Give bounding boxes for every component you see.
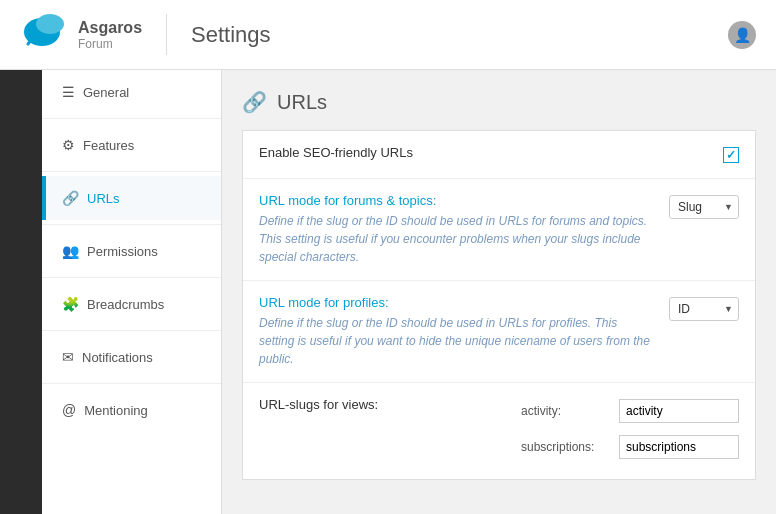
settings-sidebar: ☰ General ⚙ Features 🔗 URLs 👥 Permission… bbox=[42, 70, 222, 514]
features-icon: ⚙ bbox=[62, 137, 75, 153]
page-title: URLs bbox=[277, 91, 327, 114]
seo-checkbox[interactable] bbox=[723, 147, 739, 163]
logo-icon bbox=[20, 14, 68, 55]
seo-label-col: Enable SEO-friendly URLs bbox=[259, 145, 707, 164]
sidebar-item-breadcrumbs-label: Breadcrumbs bbox=[87, 297, 164, 312]
svg-point-1 bbox=[36, 14, 64, 34]
profile-mode-label-col: URL mode for profiles: Define if the slu… bbox=[259, 295, 653, 368]
left-rail bbox=[0, 70, 42, 514]
url-slugs-control: activity: subscriptions: bbox=[521, 397, 739, 465]
slug-activity-row: activity: bbox=[521, 399, 739, 423]
page-heading-icon: 🔗 bbox=[242, 90, 267, 114]
logo-text: Asgaros Forum bbox=[78, 19, 142, 51]
url-slugs-label: URL-slugs for views: bbox=[259, 397, 505, 412]
logo-name: Asgaros bbox=[78, 19, 142, 37]
mentioning-icon: @ bbox=[62, 402, 76, 418]
profile-mode-row: URL mode for profiles: Define if the slu… bbox=[243, 281, 755, 383]
forum-mode-label: URL mode for forums & topics: bbox=[259, 193, 653, 208]
forum-mode-select[interactable]: Slug ID bbox=[669, 195, 739, 219]
top-header: Asgaros Forum Settings 👤 bbox=[0, 0, 776, 70]
slug-activity-label: activity: bbox=[521, 404, 611, 418]
sidebar-item-permissions[interactable]: 👥 Permissions bbox=[42, 229, 221, 273]
sidebar-item-urls-label: URLs bbox=[87, 191, 120, 206]
content-area: 🔗 URLs Enable SEO-friendly URLs bbox=[222, 70, 776, 514]
urls-icon: 🔗 bbox=[62, 190, 79, 206]
sidebar-item-general-label: General bbox=[83, 85, 129, 100]
sidebar-item-permissions-label: Permissions bbox=[87, 244, 158, 259]
logo-area: Asgaros Forum bbox=[20, 14, 167, 55]
url-slugs-row: URL-slugs for views: activity: subscript… bbox=[243, 383, 755, 479]
profile-mode-select-wrapper: Slug ID bbox=[669, 297, 739, 321]
sidebar-item-general[interactable]: ☰ General bbox=[42, 70, 221, 114]
app-wrapper: Asgaros Forum Settings 👤 ☰ General ⚙ Fea… bbox=[0, 0, 776, 514]
notifications-icon: ✉ bbox=[62, 349, 74, 365]
profile-mode-label: URL mode for profiles: bbox=[259, 295, 653, 310]
header-title: Settings bbox=[191, 22, 728, 48]
sidebar-item-breadcrumbs[interactable]: 🧩 Breadcrumbs bbox=[42, 282, 221, 326]
seo-label: Enable SEO-friendly URLs bbox=[259, 145, 707, 160]
logo-sub: Forum bbox=[78, 37, 142, 51]
forum-mode-desc: Define if the slug or the ID should be u… bbox=[259, 212, 653, 266]
settings-card: Enable SEO-friendly URLs URL mode for fo… bbox=[242, 130, 756, 480]
sidebar-item-mentioning[interactable]: @ Mentioning bbox=[42, 388, 221, 432]
profile-mode-control: Slug ID bbox=[669, 295, 739, 321]
slug-activity-input[interactable] bbox=[619, 399, 739, 423]
sidebar-item-features[interactable]: ⚙ Features bbox=[42, 123, 221, 167]
header-user-avatar[interactable]: 👤 bbox=[728, 21, 756, 49]
user-icon: 👤 bbox=[734, 27, 751, 43]
profile-mode-select[interactable]: Slug ID bbox=[669, 297, 739, 321]
url-slugs-label-col: URL-slugs for views: bbox=[259, 397, 505, 416]
profile-mode-link[interactable]: URL mode for profiles: bbox=[259, 295, 389, 310]
seo-row: Enable SEO-friendly URLs bbox=[243, 131, 755, 179]
breadcrumbs-icon: 🧩 bbox=[62, 296, 79, 312]
slug-subscriptions-label: subscriptions: bbox=[521, 440, 611, 454]
sidebar-item-features-label: Features bbox=[83, 138, 134, 153]
general-icon: ☰ bbox=[62, 84, 75, 100]
slug-subscriptions-row: subscriptions: bbox=[521, 435, 739, 459]
sidebar-item-notifications-label: Notifications bbox=[82, 350, 153, 365]
slug-subscriptions-input[interactable] bbox=[619, 435, 739, 459]
sidebar-item-mentioning-label: Mentioning bbox=[84, 403, 148, 418]
forum-mode-control: Slug ID bbox=[669, 193, 739, 219]
forum-mode-link[interactable]: URL mode for forums & topics: bbox=[259, 193, 436, 208]
profile-mode-desc: Define if the slug or the ID should be u… bbox=[259, 314, 653, 368]
forum-mode-label-col: URL mode for forums & topics: Define if … bbox=[259, 193, 653, 266]
page-heading: 🔗 URLs bbox=[242, 90, 756, 114]
forum-mode-row: URL mode for forums & topics: Define if … bbox=[243, 179, 755, 281]
sidebar-item-urls[interactable]: 🔗 URLs bbox=[42, 176, 221, 220]
forum-mode-select-wrapper: Slug ID bbox=[669, 195, 739, 219]
sidebar-item-notifications[interactable]: ✉ Notifications bbox=[42, 335, 221, 379]
seo-control bbox=[723, 145, 739, 163]
main-area: ☰ General ⚙ Features 🔗 URLs 👥 Permission… bbox=[0, 70, 776, 514]
permissions-icon: 👥 bbox=[62, 243, 79, 259]
